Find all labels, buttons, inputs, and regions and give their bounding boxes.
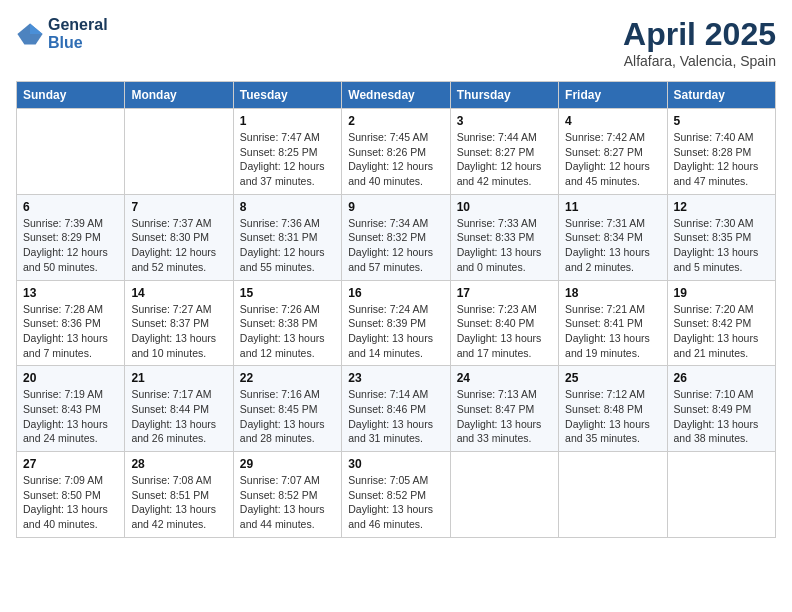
day-header-wednesday: Wednesday (342, 82, 450, 109)
day-number: 4 (565, 114, 660, 128)
day-number: 1 (240, 114, 335, 128)
day-info: Sunrise: 7:23 AM Sunset: 8:40 PM Dayligh… (457, 302, 552, 361)
week-row-5: 27Sunrise: 7:09 AM Sunset: 8:50 PM Dayli… (17, 452, 776, 538)
day-info: Sunrise: 7:07 AM Sunset: 8:52 PM Dayligh… (240, 473, 335, 532)
calendar-cell (667, 452, 775, 538)
calendar-cell: 13Sunrise: 7:28 AM Sunset: 8:36 PM Dayli… (17, 280, 125, 366)
day-number: 15 (240, 286, 335, 300)
day-header-friday: Friday (559, 82, 667, 109)
day-number: 28 (131, 457, 226, 471)
day-number: 16 (348, 286, 443, 300)
day-number: 24 (457, 371, 552, 385)
subtitle: Alfafara, Valencia, Spain (623, 53, 776, 69)
day-info: Sunrise: 7:13 AM Sunset: 8:47 PM Dayligh… (457, 387, 552, 446)
day-info: Sunrise: 7:47 AM Sunset: 8:25 PM Dayligh… (240, 130, 335, 189)
calendar-cell: 20Sunrise: 7:19 AM Sunset: 8:43 PM Dayli… (17, 366, 125, 452)
day-number: 21 (131, 371, 226, 385)
day-number: 22 (240, 371, 335, 385)
calendar-cell: 30Sunrise: 7:05 AM Sunset: 8:52 PM Dayli… (342, 452, 450, 538)
calendar-cell: 29Sunrise: 7:07 AM Sunset: 8:52 PM Dayli… (233, 452, 341, 538)
day-header-sunday: Sunday (17, 82, 125, 109)
day-number: 19 (674, 286, 769, 300)
day-info: Sunrise: 7:26 AM Sunset: 8:38 PM Dayligh… (240, 302, 335, 361)
day-header-monday: Monday (125, 82, 233, 109)
calendar-cell: 2Sunrise: 7:45 AM Sunset: 8:26 PM Daylig… (342, 109, 450, 195)
calendar-cell: 7Sunrise: 7:37 AM Sunset: 8:30 PM Daylig… (125, 194, 233, 280)
calendar-cell: 10Sunrise: 7:33 AM Sunset: 8:33 PM Dayli… (450, 194, 558, 280)
calendar-cell: 18Sunrise: 7:21 AM Sunset: 8:41 PM Dayli… (559, 280, 667, 366)
day-info: Sunrise: 7:08 AM Sunset: 8:51 PM Dayligh… (131, 473, 226, 532)
calendar-cell: 15Sunrise: 7:26 AM Sunset: 8:38 PM Dayli… (233, 280, 341, 366)
day-info: Sunrise: 7:45 AM Sunset: 8:26 PM Dayligh… (348, 130, 443, 189)
logo-text: General Blue (48, 16, 108, 51)
day-info: Sunrise: 7:16 AM Sunset: 8:45 PM Dayligh… (240, 387, 335, 446)
calendar-cell: 11Sunrise: 7:31 AM Sunset: 8:34 PM Dayli… (559, 194, 667, 280)
calendar-cell: 23Sunrise: 7:14 AM Sunset: 8:46 PM Dayli… (342, 366, 450, 452)
day-info: Sunrise: 7:21 AM Sunset: 8:41 PM Dayligh… (565, 302, 660, 361)
day-info: Sunrise: 7:24 AM Sunset: 8:39 PM Dayligh… (348, 302, 443, 361)
day-number: 5 (674, 114, 769, 128)
calendar-cell: 24Sunrise: 7:13 AM Sunset: 8:47 PM Dayli… (450, 366, 558, 452)
day-header-row: SundayMondayTuesdayWednesdayThursdayFrid… (17, 82, 776, 109)
calendar-cell: 4Sunrise: 7:42 AM Sunset: 8:27 PM Daylig… (559, 109, 667, 195)
main-title: April 2025 (623, 16, 776, 53)
calendar-cell: 27Sunrise: 7:09 AM Sunset: 8:50 PM Dayli… (17, 452, 125, 538)
week-row-2: 6Sunrise: 7:39 AM Sunset: 8:29 PM Daylig… (17, 194, 776, 280)
logo-icon (16, 20, 44, 48)
day-info: Sunrise: 7:40 AM Sunset: 8:28 PM Dayligh… (674, 130, 769, 189)
day-number: 23 (348, 371, 443, 385)
calendar-cell: 1Sunrise: 7:47 AM Sunset: 8:25 PM Daylig… (233, 109, 341, 195)
week-row-4: 20Sunrise: 7:19 AM Sunset: 8:43 PM Dayli… (17, 366, 776, 452)
day-info: Sunrise: 7:19 AM Sunset: 8:43 PM Dayligh… (23, 387, 118, 446)
day-info: Sunrise: 7:09 AM Sunset: 8:50 PM Dayligh… (23, 473, 118, 532)
day-header-tuesday: Tuesday (233, 82, 341, 109)
day-info: Sunrise: 7:36 AM Sunset: 8:31 PM Dayligh… (240, 216, 335, 275)
calendar-cell (125, 109, 233, 195)
day-number: 8 (240, 200, 335, 214)
calendar-cell: 22Sunrise: 7:16 AM Sunset: 8:45 PM Dayli… (233, 366, 341, 452)
calendar-cell (17, 109, 125, 195)
day-number: 20 (23, 371, 118, 385)
day-info: Sunrise: 7:05 AM Sunset: 8:52 PM Dayligh… (348, 473, 443, 532)
day-info: Sunrise: 7:33 AM Sunset: 8:33 PM Dayligh… (457, 216, 552, 275)
day-info: Sunrise: 7:34 AM Sunset: 8:32 PM Dayligh… (348, 216, 443, 275)
calendar-cell: 17Sunrise: 7:23 AM Sunset: 8:40 PM Dayli… (450, 280, 558, 366)
day-info: Sunrise: 7:10 AM Sunset: 8:49 PM Dayligh… (674, 387, 769, 446)
calendar-cell: 21Sunrise: 7:17 AM Sunset: 8:44 PM Dayli… (125, 366, 233, 452)
calendar-table: SundayMondayTuesdayWednesdayThursdayFrid… (16, 81, 776, 538)
calendar-cell: 6Sunrise: 7:39 AM Sunset: 8:29 PM Daylig… (17, 194, 125, 280)
day-header-saturday: Saturday (667, 82, 775, 109)
logo: General Blue (16, 16, 108, 51)
day-number: 6 (23, 200, 118, 214)
calendar-cell: 19Sunrise: 7:20 AM Sunset: 8:42 PM Dayli… (667, 280, 775, 366)
calendar-cell: 12Sunrise: 7:30 AM Sunset: 8:35 PM Dayli… (667, 194, 775, 280)
day-info: Sunrise: 7:44 AM Sunset: 8:27 PM Dayligh… (457, 130, 552, 189)
day-number: 18 (565, 286, 660, 300)
day-number: 2 (348, 114, 443, 128)
page-header: General Blue April 2025 Alfafara, Valenc… (16, 16, 776, 69)
day-number: 10 (457, 200, 552, 214)
day-info: Sunrise: 7:28 AM Sunset: 8:36 PM Dayligh… (23, 302, 118, 361)
day-info: Sunrise: 7:39 AM Sunset: 8:29 PM Dayligh… (23, 216, 118, 275)
day-number: 12 (674, 200, 769, 214)
day-info: Sunrise: 7:27 AM Sunset: 8:37 PM Dayligh… (131, 302, 226, 361)
calendar-cell: 9Sunrise: 7:34 AM Sunset: 8:32 PM Daylig… (342, 194, 450, 280)
calendar-cell: 5Sunrise: 7:40 AM Sunset: 8:28 PM Daylig… (667, 109, 775, 195)
week-row-3: 13Sunrise: 7:28 AM Sunset: 8:36 PM Dayli… (17, 280, 776, 366)
day-number: 29 (240, 457, 335, 471)
calendar-cell: 14Sunrise: 7:27 AM Sunset: 8:37 PM Dayli… (125, 280, 233, 366)
day-info: Sunrise: 7:42 AM Sunset: 8:27 PM Dayligh… (565, 130, 660, 189)
day-number: 9 (348, 200, 443, 214)
day-number: 11 (565, 200, 660, 214)
week-row-1: 1Sunrise: 7:47 AM Sunset: 8:25 PM Daylig… (17, 109, 776, 195)
calendar-cell: 26Sunrise: 7:10 AM Sunset: 8:49 PM Dayli… (667, 366, 775, 452)
day-info: Sunrise: 7:12 AM Sunset: 8:48 PM Dayligh… (565, 387, 660, 446)
day-info: Sunrise: 7:30 AM Sunset: 8:35 PM Dayligh… (674, 216, 769, 275)
day-number: 14 (131, 286, 226, 300)
day-number: 27 (23, 457, 118, 471)
day-number: 25 (565, 371, 660, 385)
calendar-cell: 25Sunrise: 7:12 AM Sunset: 8:48 PM Dayli… (559, 366, 667, 452)
calendar-cell (450, 452, 558, 538)
calendar-cell (559, 452, 667, 538)
calendar-cell: 3Sunrise: 7:44 AM Sunset: 8:27 PM Daylig… (450, 109, 558, 195)
